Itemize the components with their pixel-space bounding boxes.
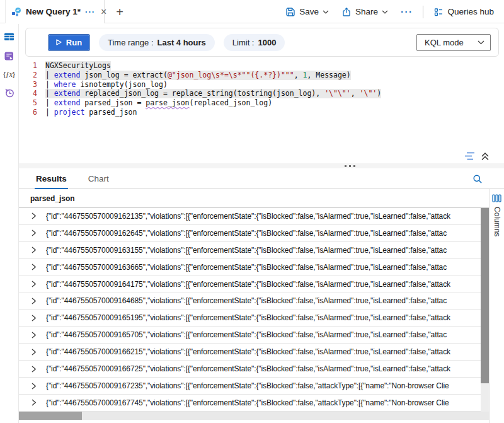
left-sidebar: {ƒx} bbox=[0, 24, 19, 423]
table-row[interactable]: {"id":"4467550570009163155","violations"… bbox=[19, 242, 481, 259]
run-label: Run bbox=[66, 38, 82, 47]
table-row[interactable]: {"id":"4467550570009165705","violations"… bbox=[19, 327, 481, 344]
table-row[interactable]: {"id":"4467550570009166725","violations"… bbox=[19, 361, 481, 378]
limit-label: Limit : bbox=[232, 38, 255, 47]
row-json-text: {"id":"4467550570009163155","violations"… bbox=[46, 246, 447, 255]
tab-results[interactable]: Results bbox=[35, 174, 68, 189]
row-expand-chevron-icon[interactable] bbox=[32, 366, 46, 373]
code-line[interactable]: 2| extend json_log = extract(@"json_log\… bbox=[20, 71, 501, 80]
column-header-row[interactable]: parsed_json bbox=[19, 189, 489, 208]
more-options-button[interactable]: ··· bbox=[394, 6, 420, 17]
play-icon bbox=[56, 39, 62, 45]
row-expand-chevron-icon[interactable] bbox=[32, 246, 46, 253]
tab-close-icon[interactable]: × bbox=[101, 7, 106, 17]
splitter-drag-handle-icon[interactable] bbox=[345, 165, 355, 167]
table-row[interactable]: {"id":"4467550570009162135","violations"… bbox=[19, 208, 481, 225]
row-expand-chevron-icon[interactable] bbox=[32, 315, 46, 322]
row-json-text: {"id":"4467550570009167235","violations"… bbox=[46, 381, 449, 390]
code-line[interactable]: 4| extend replaced_json_log = replace_st… bbox=[20, 89, 501, 98]
kql-mode-label: KQL mode bbox=[425, 38, 464, 47]
new-tab-button[interactable]: + bbox=[112, 4, 127, 20]
panel-splitter[interactable] bbox=[19, 163, 504, 168]
line-number: 4 bbox=[20, 89, 45, 98]
horizontal-scrollbar[interactable] bbox=[19, 412, 489, 420]
queries-hub-label: Queries hub bbox=[447, 7, 494, 16]
row-json-text: {"id":"4467550570009166215","violations"… bbox=[46, 347, 450, 356]
row-expand-chevron-icon[interactable] bbox=[32, 298, 46, 304]
table-row[interactable]: {"id":"4467550570009164685","violations"… bbox=[19, 293, 481, 310]
row-expand-chevron-icon[interactable] bbox=[32, 264, 46, 270]
time-range-picker[interactable]: Time range : Last 4 hours bbox=[99, 34, 215, 51]
view-options-icon[interactable] bbox=[464, 151, 475, 161]
tab-more-options-icon[interactable]: ··· bbox=[85, 8, 95, 16]
row-expand-chevron-icon[interactable] bbox=[32, 399, 46, 406]
code-text: | extend json_log = extract(@"json_log\s… bbox=[45, 71, 351, 80]
columns-panel-label: Columns bbox=[493, 207, 501, 236]
queries-hub-button[interactable]: Queries hub bbox=[427, 0, 500, 23]
row-json-text: {"id":"4467550570009165195","violations"… bbox=[46, 313, 450, 322]
column-header-parsed-json[interactable]: parsed_json bbox=[30, 194, 75, 203]
vertical-scrollbar[interactable] bbox=[481, 208, 489, 412]
collapse-panel-icon[interactable] bbox=[481, 152, 490, 161]
query-editor[interactable]: 1NGXSecurityLogs2| extend json_log = ext… bbox=[20, 61, 501, 149]
table-row[interactable]: {"id":"4467550570009165195","violations"… bbox=[19, 310, 481, 327]
line-number: 3 bbox=[20, 80, 45, 90]
vertical-scrollbar-thumb[interactable] bbox=[481, 208, 489, 383]
table-row[interactable]: {"id":"4467550570009162645","violations"… bbox=[19, 225, 481, 242]
code-line[interactable]: 6| project parsed_json bbox=[20, 108, 501, 117]
toolbar-divider bbox=[423, 6, 423, 18]
table-row[interactable]: {"id":"4467550570009167235","violations"… bbox=[19, 378, 481, 395]
share-button[interactable]: Share bbox=[335, 0, 394, 23]
data-explorer-logo-icon bbox=[11, 7, 21, 17]
row-expand-chevron-icon[interactable] bbox=[32, 349, 46, 356]
columns-side-panel[interactable]: Columns bbox=[489, 189, 504, 423]
save-label: Save bbox=[299, 7, 319, 16]
query-tab[interactable]: New Query 1* ··· × bbox=[5, 0, 105, 23]
time-range-label: Time range : bbox=[108, 38, 154, 47]
row-expand-chevron-icon[interactable] bbox=[32, 212, 46, 219]
queries-hub-icon bbox=[433, 7, 444, 17]
kql-mode-chevron-down-icon bbox=[478, 40, 484, 45]
row-json-text: {"id":"4467550570009166725","violations"… bbox=[46, 364, 450, 373]
horizontal-scrollbar-thumb[interactable] bbox=[19, 412, 82, 420]
code-line[interactable]: 5| extend parsed_json = parse_json(repla… bbox=[20, 98, 501, 108]
columns-icon[interactable] bbox=[492, 194, 501, 202]
row-json-text: {"id":"4467550570009163665","violations"… bbox=[46, 263, 447, 272]
code-line[interactable]: 1NGXSecurityLogs bbox=[20, 61, 501, 71]
tab-bar-actions: Save Share ··· bbox=[279, 0, 500, 23]
limit-picker[interactable]: Limit : 1000 bbox=[224, 34, 285, 51]
editor-actions bbox=[464, 151, 490, 161]
row-expand-chevron-icon[interactable] bbox=[32, 332, 46, 339]
row-expand-chevron-icon[interactable] bbox=[32, 281, 46, 287]
sidebar-query-history-icon[interactable] bbox=[4, 88, 15, 98]
row-json-text: {"id":"4467550570009164175","violations"… bbox=[46, 280, 450, 289]
results-tab-strip: Results Chart bbox=[19, 168, 504, 189]
query-toolbar: Run Time range : Last 4 hours Limit : 10… bbox=[25, 28, 499, 57]
code-text: | project parsed_json bbox=[45, 108, 137, 117]
share-icon bbox=[341, 7, 352, 17]
row-json-text: {"id":"4467550570009162645","violations"… bbox=[46, 229, 447, 238]
code-line[interactable]: 3| where isnotempty(json_log) bbox=[20, 80, 501, 90]
run-button[interactable]: Run bbox=[48, 34, 90, 51]
sidebar-queries-icon[interactable] bbox=[4, 51, 14, 61]
table-row[interactable]: {"id":"4467550570009167745","violations"… bbox=[19, 395, 481, 412]
table-row[interactable]: {"id":"4467550570009164175","violations"… bbox=[19, 276, 481, 293]
share-label: Share bbox=[355, 7, 378, 16]
code-text: | extend replaced_json_log = replace_str… bbox=[45, 89, 381, 98]
kusto-query-app: New Query 1* ··· × + Save bbox=[0, 0, 504, 423]
tab-chart[interactable]: Chart bbox=[87, 174, 110, 188]
code-text: | extend parsed_json = parse_json(replac… bbox=[45, 98, 272, 108]
kql-mode-select[interactable]: KQL mode bbox=[416, 34, 491, 51]
row-expand-chevron-icon[interactable] bbox=[32, 383, 46, 390]
sidebar-data-tables-icon[interactable] bbox=[4, 32, 14, 42]
search-icon[interactable] bbox=[472, 174, 483, 184]
table-row[interactable]: {"id":"4467550570009163665","violations"… bbox=[19, 259, 481, 276]
row-expand-chevron-icon[interactable] bbox=[32, 229, 46, 236]
line-number: 1 bbox=[20, 61, 45, 71]
row-json-text: {"id":"4467550570009165705","violations"… bbox=[46, 330, 447, 339]
sidebar-functions-icon[interactable]: {ƒx} bbox=[3, 71, 15, 78]
table-row[interactable]: {"id":"4467550570009166215","violations"… bbox=[19, 344, 481, 361]
save-button[interactable]: Save bbox=[279, 0, 335, 23]
line-number: 2 bbox=[20, 71, 45, 80]
results-panel: Results Chart parsed_json {"id":"4467550… bbox=[19, 168, 504, 423]
